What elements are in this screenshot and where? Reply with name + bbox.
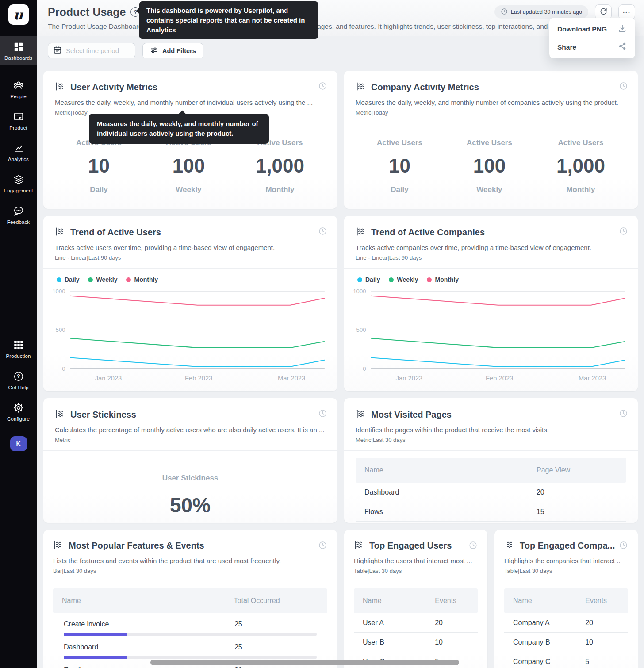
card-meta: Metric|Last 30 days [356,437,626,443]
sidebar-item-engagement[interactable]: Engagement [0,169,37,198]
time-period-field[interactable] [48,43,135,58]
card-trend-active-users: Trend of Active Users Tracks active user… [43,216,337,391]
card-meta: Metric|Today [356,109,626,116]
metric-period: Daily [377,185,422,194]
svg-text:Jan 2023: Jan 2023 [396,375,423,382]
card-description: Identifies the pages within the product … [356,426,626,434]
horizontal-scrollbar-thumb[interactable] [150,660,459,665]
legend-daily[interactable]: Daily [357,276,380,283]
legend-dot [389,277,394,282]
download-icon [617,23,627,35]
refresh-button[interactable] [595,4,612,19]
card-top-engaged-users: Top Engaged Users Highlights the users t… [344,530,487,668]
clock-icon[interactable] [468,541,478,552]
cards-grid: User Activity Metrics Measures the daily… [43,71,638,668]
clock-icon[interactable] [619,541,628,552]
metric-daily: Active Users 10 Daily [76,138,122,194]
metric-period: Weekly [166,185,211,194]
last-updated-badge: Last updated 30 minutes ago [494,5,588,19]
card-description: Measures the daily, weekly, and monthly … [356,99,626,106]
refresh-icon [599,7,608,17]
clock-icon[interactable] [318,81,327,92]
chart-waves-icon [504,540,514,552]
user-avatar[interactable]: K [10,436,27,451]
legend-monthly[interactable]: Monthly [126,276,158,283]
legend-daily[interactable]: Daily [57,276,79,283]
menu-item-download-png[interactable]: Download PNG [549,20,635,38]
clock-icon[interactable] [318,541,327,552]
chart-waves-icon [356,81,366,93]
popular-features-table: Name Total Occurred Create invoice 25 [53,588,327,668]
svg-text:?: ? [17,373,20,380]
add-filters-button[interactable]: Add Filters [142,43,203,58]
card-most-visited-pages: Most Visited Pages Identifies the pages … [344,398,638,523]
sidebar-item-label: Feedback [7,219,30,225]
time-period-input[interactable] [66,47,130,54]
sidebar-item-label: Engagement [4,188,33,193]
production-grid-icon [13,339,24,351]
card-meta: Line - Linear|Last 90 days [55,254,326,261]
sidebar-item-feedback[interactable]: Feedback [0,200,37,230]
chart-waves-icon [53,540,63,552]
clock-icon[interactable] [619,81,628,92]
legend-dot [126,277,131,282]
userpilot-logo: u [8,4,29,25]
metric-value: 10 [377,155,422,177]
card-title: Company Activity Metrics [371,82,479,92]
sidebar-item-label: Configure [7,416,30,422]
chart-legend: Daily Weekly Monthly [357,276,626,283]
metric-label: Active Users [377,138,422,147]
more-options-button[interactable]: ••• [618,4,635,19]
table-row: Dashboard 20 [356,483,626,502]
last-updated-text: Last updated 30 minutes ago [511,9,582,15]
legend-monthly[interactable]: Monthly [427,276,459,283]
chart-waves-icon [55,227,65,238]
menu-item-share[interactable]: Share [549,38,635,56]
feature-row: Create invoice 25 [53,620,327,636]
clock-icon[interactable] [318,227,327,238]
table-header: Name Page View [356,458,626,483]
table-row: Company C 5 [504,652,628,668]
chart-waves-icon [55,409,65,421]
sidebar-item-label: Dashboards [4,55,32,61]
card-company-activity-metrics: Company Activity Metrics Measures the da… [344,71,638,209]
metric-value: 1,000 [556,155,605,177]
sidebar-item-dashboards[interactable]: Dashboards [0,36,37,65]
top-users-table: Name Events User A 20 User B 10 User C [354,588,478,668]
svg-text:1000: 1000 [353,288,366,295]
sidebar-item-get-help[interactable]: ? Get Help [0,365,37,395]
card-meta: Metric [55,437,326,443]
chart-waves-icon [354,540,364,552]
sidebar-item-configure[interactable]: Configure [0,397,37,426]
top-companies-table: Name Events Company A 20 Company B 10 [504,588,628,668]
chart-waves-icon [356,227,366,238]
sidebar-item-label: Product [9,125,27,131]
svg-text:0: 0 [62,365,65,372]
sidebar-item-production[interactable]: Production [0,334,37,364]
sidebar-item-analytics[interactable]: Analytics [0,137,37,167]
line-chart-active-companies: 10005000Jan 2023Feb 2023Mar 2023 [350,284,629,385]
svg-text:Mar 2023: Mar 2023 [278,375,305,382]
clock-icon[interactable] [619,409,628,420]
clock-icon[interactable] [318,409,327,420]
legend-weekly[interactable]: Weekly [88,276,117,283]
table-row: Company B 10 [504,633,628,652]
chart-waves-icon [356,409,366,421]
card-top-engaged-companies: Top Engaged Compa... Highlights the comp… [494,530,638,668]
table-row: User A 20 [354,613,478,633]
card-title: Trend of Active Users [70,227,161,238]
card-description: Highlights the companies that interact .… [504,557,628,564]
metric-value: 100 [166,155,211,177]
svg-text:Jan 2023: Jan 2023 [95,375,122,382]
visited-pages-table: Name Page View Dashboard 20 Flows 15 [356,458,626,522]
sidebar-item-people[interactable]: People [0,74,37,104]
legend-weekly[interactable]: Weekly [389,276,418,283]
main-area: Product Usage ? Last updated 30 minutes … [37,0,644,668]
clock-icon[interactable] [619,227,628,238]
sidebar-item-product[interactable]: Product [0,106,37,135]
sidebar-item-label: Analytics [8,157,29,162]
sidebar-item-label: People [10,94,26,99]
analytics-icon [13,142,24,154]
metric-value: 1,000 [256,155,304,177]
feature-bar-track [64,656,317,659]
